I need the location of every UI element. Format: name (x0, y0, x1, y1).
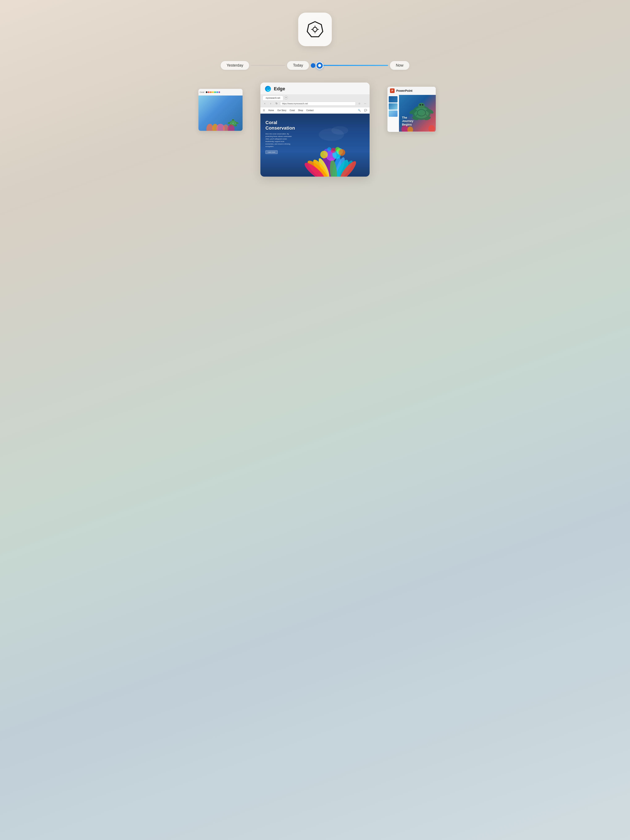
svg-point-62 (422, 104, 423, 106)
website-nav-shop[interactable]: Shop (298, 109, 303, 112)
edge-browser-chrome: myresearch.net + ‹ › ↻ https://www.myres… (261, 94, 369, 107)
paint-app-label: Coral (200, 91, 204, 93)
edge-website-nav: ☰ Home Our Story Coral Shop Contact 🔍 💬 (261, 107, 369, 114)
color-blue[interactable] (216, 92, 218, 93)
svg-point-45 (335, 147, 340, 152)
ppt-content: The Journey Begins (387, 95, 436, 132)
coral-description: Dive into coral conservation. By protect… (265, 133, 293, 148)
svg-point-41 (320, 151, 328, 158)
windows-section: Coral (205, 82, 425, 177)
timeline-track-right[interactable] (320, 65, 388, 66)
favorites-button[interactable]: ☆ (357, 101, 362, 106)
url-input[interactable]: https://www.myresearch.net (280, 102, 356, 106)
timeline-toggle-dot (311, 63, 316, 68)
timeline-today-label: Today (287, 61, 309, 70)
paint-color-palette (206, 92, 220, 93)
edge-tab-bar: myresearch.net + (261, 94, 369, 100)
coral-conservation-title: CoralConservation (265, 120, 295, 131)
color-purple[interactable] (218, 92, 220, 93)
svg-point-43 (331, 148, 336, 153)
edge-tab[interactable]: myresearch.net (262, 96, 283, 100)
edge-website-content: CoralConservation Dive into coral conser… (261, 114, 369, 177)
svg-point-50 (414, 107, 429, 118)
timeline-yesterday-label: Yesterday (221, 61, 249, 70)
svg-point-51 (418, 103, 425, 108)
powerpoint-window[interactable]: P PowerPoint (387, 87, 436, 132)
timeline-toggle[interactable] (311, 63, 316, 68)
ppt-slide-thumb-1[interactable] (389, 96, 398, 103)
forward-button[interactable]: › (268, 101, 273, 106)
website-nav-contact[interactable]: Contact (306, 109, 314, 112)
edge-app-name: Edge (274, 86, 285, 92)
timeline-thumb[interactable] (316, 62, 324, 69)
website-nav-coral[interactable]: Coral (290, 109, 295, 112)
timeline-track-left (251, 65, 285, 66)
color-red[interactable] (208, 92, 210, 93)
edge-header: Edge (261, 82, 369, 94)
back-button[interactable]: ‹ (262, 101, 267, 106)
svg-point-23 (227, 125, 235, 131)
paint-canvas (199, 96, 243, 131)
coral-svg-container (293, 114, 369, 177)
ppt-slide-thumb-2[interactable] (389, 103, 398, 110)
website-menu-icon[interactable]: ☰ (263, 109, 265, 112)
paint-coral-svg (199, 113, 243, 131)
website-chat-icon[interactable]: 💬 (364, 109, 367, 112)
ppt-main-slide: The Journey Begins (399, 95, 436, 132)
ppt-slide-panel (387, 95, 399, 132)
svg-point-19 (207, 124, 213, 131)
coral-text-overlay: CoralConservation Dive into coral conser… (265, 120, 295, 154)
ppt-slide-journey-text: The Journey Begins (402, 116, 413, 126)
color-green[interactable] (214, 92, 216, 93)
color-orange[interactable] (210, 92, 212, 93)
coral-background: CoralConservation Dive into coral conser… (261, 114, 369, 177)
paint-window[interactable]: Coral (199, 89, 243, 131)
new-tab-button[interactable]: + (284, 96, 288, 99)
website-search-icon[interactable]: 🔍 (358, 109, 361, 112)
app-icon-svg (306, 20, 324, 39)
color-black[interactable] (206, 92, 207, 93)
ppt-slide-thumb-3[interactable] (389, 111, 398, 117)
edge-window[interactable]: Edge myresearch.net + ‹ › ↻ https://www.… (261, 82, 369, 177)
svg-point-47 (332, 126, 348, 134)
paint-toolbar: Coral (199, 89, 243, 96)
ppt-logo-icon: P (390, 88, 395, 93)
svg-point-61 (420, 104, 421, 106)
timeline-now-label: Now (390, 61, 409, 70)
svg-point-0 (313, 27, 317, 32)
timeline-section: Yesterday Today Now (221, 61, 409, 70)
edge-address-bar: ‹ › ↻ https://www.myresearch.net ☆ ··· (261, 100, 369, 107)
ppt-app-name: PowerPoint (396, 89, 412, 92)
svg-point-44 (327, 147, 332, 152)
app-icon[interactable] (298, 13, 332, 46)
refresh-button[interactable]: ↻ (274, 101, 279, 106)
learn-more-button[interactable]: Learn more (265, 150, 278, 154)
color-yellow[interactable] (212, 92, 214, 93)
website-nav-ourstory[interactable]: Our Story (278, 109, 286, 112)
coral-reef-svg (293, 114, 369, 177)
more-button[interactable]: ··· (363, 101, 368, 106)
paint-canvas-background (199, 96, 243, 131)
edge-logo-icon (265, 85, 271, 92)
website-nav-home[interactable]: Home (268, 109, 274, 112)
ppt-header: P PowerPoint (387, 87, 436, 95)
